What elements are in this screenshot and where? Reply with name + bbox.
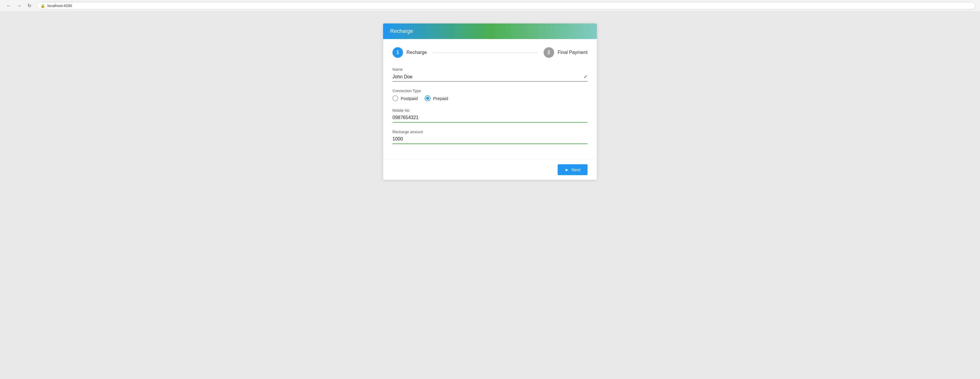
next-button[interactable]: ► Next [558, 164, 587, 175]
mobile-section: Mobile No 0987654321 [393, 108, 587, 123]
step-1-circle: 1 [393, 47, 403, 58]
name-section: Name John Doe ✓ [393, 67, 587, 82]
name-value: John Doe [393, 74, 584, 80]
reload-button[interactable]: ↻ [26, 2, 33, 9]
connection-type-section: Connection Type Postpaid Prepaid [393, 89, 587, 101]
forward-button[interactable]: → [15, 3, 24, 9]
next-label: Next [571, 167, 581, 172]
step-2-label: Final Payment [558, 50, 587, 55]
main-card: Recharge 1 Recharge 2 Final Payment [383, 24, 597, 180]
name-field-row: John Doe ✓ [393, 74, 587, 82]
prepaid-radio[interactable] [425, 95, 431, 101]
prepaid-label: Prepaid [433, 96, 448, 101]
recharge-amount-value: 1000 [393, 136, 587, 142]
postpaid-label: Postpaid [401, 96, 418, 101]
step-2-circle: 2 [544, 47, 554, 58]
step-divider [433, 53, 538, 53]
recharge-amount-label: Recharge amount [393, 130, 587, 134]
prepaid-radio-inner [426, 97, 429, 100]
radio-group: Postpaid Prepaid [393, 95, 587, 101]
name-label: Name [393, 67, 587, 72]
connection-type-label: Connection Type [393, 89, 587, 93]
card-title: Recharge [390, 28, 413, 34]
browser-nav[interactable]: ← → ↻ [5, 2, 33, 9]
postpaid-radio[interactable] [393, 95, 398, 101]
step-2: 2 Final Payment [544, 47, 587, 58]
mobile-value: 0987654321 [393, 115, 587, 120]
prepaid-option[interactable]: Prepaid [425, 95, 448, 101]
browser-toolbar: ← → ↻ 🔒 localhost:4200 [0, 0, 980, 12]
postpaid-option[interactable]: Postpaid [393, 95, 418, 101]
step-1-number: 1 [396, 50, 399, 55]
card-header: Recharge [383, 24, 597, 39]
address-bar[interactable]: 🔒 localhost:4200 [37, 2, 975, 10]
recharge-amount-field-row: 1000 [393, 136, 587, 144]
checkmark-icon: ✓ [584, 74, 587, 80]
url-text: localhost:4200 [48, 3, 72, 8]
step-1-label: Recharge [407, 50, 427, 55]
page-content: Recharge 1 Recharge 2 Final Payment [0, 12, 980, 379]
step-1: 1 Recharge [393, 47, 427, 58]
mobile-field-row: 0987654321 [393, 115, 587, 123]
back-button[interactable]: ← [5, 3, 13, 9]
lock-icon: 🔒 [40, 3, 45, 8]
card-body: 1 Recharge 2 Final Payment Name John Doe [383, 39, 597, 159]
next-icon: ► [565, 167, 569, 172]
step-2-number: 2 [547, 50, 550, 55]
stepper: 1 Recharge 2 Final Payment [393, 47, 587, 58]
card-footer: ► Next [383, 159, 597, 180]
recharge-amount-section: Recharge amount 1000 [393, 130, 587, 144]
mobile-label: Mobile No [393, 108, 587, 113]
